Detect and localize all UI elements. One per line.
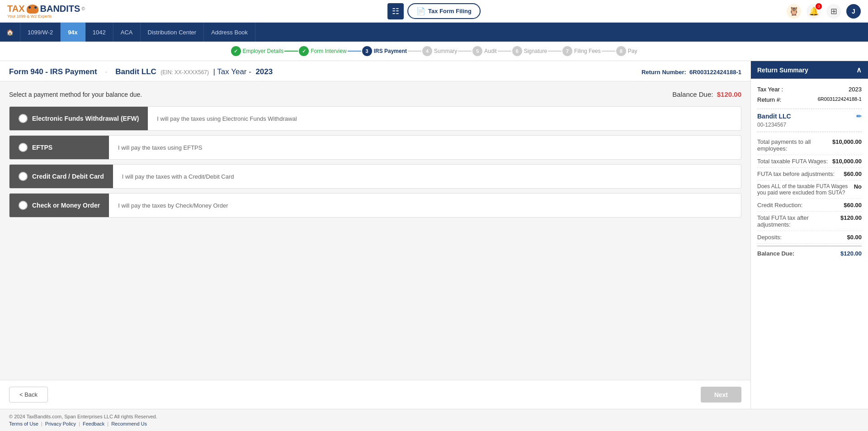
payment-option-eftps[interactable]: EFTPS I will pay the taxes using EFTPS	[9, 135, 741, 160]
payment-label-credit: Credit Card / Debit Card	[9, 165, 113, 188]
payment-radio-credit[interactable]	[19, 172, 28, 181]
balance-header: Select a payment method for your balance…	[9, 90, 741, 98]
main-layout: Form 940 - IRS Payment - Bandit LLC (EIN…	[0, 61, 868, 409]
footer-terms[interactable]: Terms of Use	[9, 421, 38, 426]
logo[interactable]: TAX BANDITS ©	[7, 4, 85, 14]
connector-2-3	[348, 51, 361, 52]
footer-links: Terms of Use | Privacy Policy | Feedback…	[9, 421, 859, 426]
payment-desc-eftps: I will pay the taxes using EFTPS	[109, 137, 741, 158]
nav-aca[interactable]: ACA	[113, 23, 141, 42]
payment-radio-efw[interactable]	[19, 114, 28, 123]
step-4-circle: 4	[422, 46, 432, 56]
form-body: Select a payment method for your balance…	[0, 81, 750, 380]
nav-94x[interactable]: 94x	[61, 23, 85, 42]
step-2-circle: ✓	[299, 46, 309, 56]
nav-addressbook[interactable]: Address Book	[204, 23, 255, 42]
next-button[interactable]: Next	[701, 387, 741, 403]
footer-copyright: © 2024 TaxBandits.com, Span Enterprises …	[9, 414, 859, 419]
sidebar-header: Return Summary ∧	[751, 61, 868, 79]
back-button[interactable]: < Back	[9, 387, 48, 403]
step-pay: 8 Pay	[616, 46, 637, 56]
sidebar-title: Return Summary	[757, 66, 808, 74]
sidebar-row-4-value: $60.00	[844, 202, 862, 208]
sidebar-return-label: Return #:	[757, 96, 781, 103]
page-footer: © 2024 TaxBandits.com, Span Enterprises …	[0, 409, 868, 431]
payment-desc-credit: I will pay the taxes with a Credit/Debit…	[113, 166, 741, 187]
logo-tagline: Your 1099 & W2 Experts	[7, 14, 52, 19]
sidebar-collapse-icon[interactable]: ∧	[856, 66, 862, 74]
nav-1042[interactable]: 1042	[85, 23, 113, 42]
step-7-label: Filing Fees	[574, 48, 601, 54]
sidebar-return-value: 6R003122424188-1	[818, 96, 862, 103]
payment-options: Electronic Funds Withdrawal (EFW) I will…	[9, 106, 741, 222]
notification-badge: 0	[816, 3, 822, 9]
nav-1099w2[interactable]: 1099/W-2	[20, 23, 61, 42]
owl-icon[interactable]: 🦉	[787, 4, 801, 19]
grid-nav-icon[interactable]: ☷	[387, 3, 404, 19]
payment-option-credit[interactable]: Credit Card / Debit Card I will pay the …	[9, 164, 741, 189]
connector-1-2	[284, 51, 298, 52]
tax-year-value: 2023	[255, 67, 273, 76]
user-avatar[interactable]: J	[846, 4, 861, 19]
step-1-circle: ✓	[231, 46, 241, 56]
sidebar-row-7-value: $120.00	[840, 250, 862, 257]
sidebar-row-3: Does ALL of the taxable FUTA Wages you p…	[757, 180, 862, 199]
sidebar-company-section: Bandit LLC ✏	[757, 113, 862, 120]
footer-recommend[interactable]: Recommend Us	[111, 421, 147, 426]
sidebar-row-4-label: Credit Reduction:	[757, 202, 844, 208]
step-1-label: Employer Details	[243, 48, 284, 54]
payment-desc-check: I will pay the taxes by Check/Money Orde…	[109, 195, 741, 216]
payment-label-efw: Electronic Funds Withdrawal (EFW)	[9, 107, 148, 130]
payment-option-check[interactable]: Check or Money Order I will pay the taxe…	[9, 193, 741, 218]
center-nav: ☷ 📄 Tax Form Filing	[387, 3, 481, 19]
step-filing-fees: 7 Filing Fees	[562, 46, 601, 56]
payment-radio-eftps[interactable]	[19, 143, 28, 152]
center-btn-label: Tax Form Filing	[428, 8, 472, 14]
sidebar-row-0-value: $10,000.00	[832, 138, 862, 145]
sidebar-ein: 00-1234567	[757, 122, 862, 128]
sidebar-row-3-value: No	[854, 183, 862, 190]
step-summary: 4 Summary	[422, 46, 457, 56]
sidebar-row-7: Balance Due: $120.00	[757, 246, 862, 260]
sidebar-row-6: Deposits: $0.00	[757, 231, 862, 244]
nav-bar: 🏠 1099/W-2 94x 1042 ACA Distribution Cen…	[0, 23, 868, 42]
step-5-circle: 5	[472, 46, 482, 56]
connector-4-5	[458, 51, 472, 52]
edit-company-icon[interactable]: ✏	[856, 113, 862, 120]
step-3-label: IRS Payment	[374, 48, 407, 54]
step-8-circle: 8	[616, 46, 626, 56]
top-header: TAX BANDITS © Your 1099 & W2 Experts ☷ 📄…	[0, 0, 868, 23]
sidebar-row-5: Total FUTA tax after adjustments: $120.0…	[757, 212, 862, 231]
notifications-icon[interactable]: 🔔 0	[807, 4, 821, 19]
form-header: Form 940 - IRS Payment - Bandit LLC (EIN…	[0, 61, 750, 81]
sidebar-company-name: Bandit LLC	[757, 113, 791, 120]
balance-amount: $120.00	[717, 90, 741, 98]
sidebar-body: Tax Year : 2023 Return #: 6R003122424188…	[751, 79, 868, 409]
step-8-label: Pay	[628, 48, 637, 54]
sidebar-tax-year-row: Tax Year : 2023	[757, 84, 862, 95]
step-4-label: Summary	[434, 48, 457, 54]
connector-6-7	[548, 51, 561, 52]
nav-home[interactable]: 🏠	[0, 23, 20, 42]
sidebar-row-1: Total taxable FUTA Wages: $10,000.00	[757, 155, 862, 168]
step-2-label: Form Interview	[311, 48, 346, 54]
payment-instruction: Select a payment method for your balance…	[9, 91, 142, 98]
step-7-circle: 7	[562, 46, 572, 56]
step-6-label: Signature	[524, 48, 547, 54]
sidebar-row-1-label: Total taxable FUTA Wages:	[757, 158, 832, 165]
nav-distribution[interactable]: Distribution Center	[141, 23, 204, 42]
sidebar-row-2-label: FUTA tax before adjustments:	[757, 171, 844, 177]
tax-form-filing-button[interactable]: 📄 Tax Form Filing	[407, 3, 481, 19]
footer-privacy[interactable]: Privacy Policy	[45, 421, 76, 426]
step-employer-details: ✓ Employer Details	[231, 46, 284, 56]
apps-grid-icon[interactable]: ⊞	[826, 4, 841, 19]
balance-due: Balance Due: $120.00	[672, 90, 741, 98]
sidebar-row-0-label: Total payments to all employees:	[757, 138, 832, 152]
payment-desc-efw: I will pay the taxes using Electronic Fu…	[148, 108, 741, 129]
sidebar-row-7-label: Balance Due:	[757, 250, 840, 257]
payment-radio-check[interactable]	[19, 201, 28, 210]
payment-option-efw[interactable]: Electronic Funds Withdrawal (EFW) I will…	[9, 106, 741, 131]
connector-3-4	[408, 51, 421, 52]
sidebar-return-row: Return #: 6R003122424188-1	[757, 95, 862, 105]
footer-feedback[interactable]: Feedback	[83, 421, 104, 426]
